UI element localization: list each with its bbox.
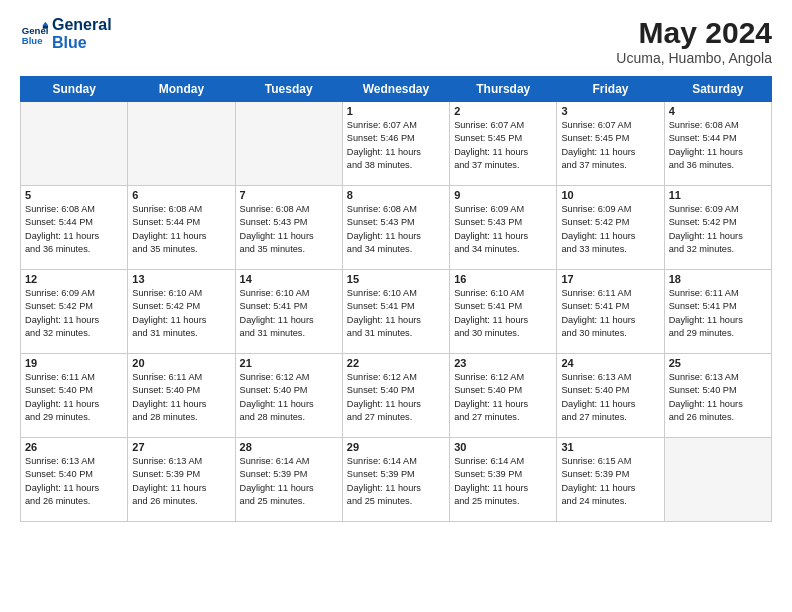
day-number: 9	[454, 189, 552, 201]
day-number: 3	[561, 105, 659, 117]
day-number: 28	[240, 441, 338, 453]
day-info: Sunrise: 6:08 AMSunset: 5:44 PMDaylight:…	[25, 203, 123, 256]
calendar-cell: 12Sunrise: 6:09 AMSunset: 5:42 PMDayligh…	[21, 270, 128, 354]
day-number: 24	[561, 357, 659, 369]
day-info: Sunrise: 6:08 AMSunset: 5:43 PMDaylight:…	[240, 203, 338, 256]
day-info: Sunrise: 6:11 AMSunset: 5:40 PMDaylight:…	[25, 371, 123, 424]
day-number: 18	[669, 273, 767, 285]
calendar-cell: 13Sunrise: 6:10 AMSunset: 5:42 PMDayligh…	[128, 270, 235, 354]
calendar-cell	[664, 438, 771, 522]
day-number: 13	[132, 273, 230, 285]
day-number: 1	[347, 105, 445, 117]
weekday-header-monday: Monday	[128, 77, 235, 102]
weekday-header-wednesday: Wednesday	[342, 77, 449, 102]
day-number: 20	[132, 357, 230, 369]
day-number: 10	[561, 189, 659, 201]
day-info: Sunrise: 6:09 AMSunset: 5:42 PMDaylight:…	[25, 287, 123, 340]
calendar-cell: 31Sunrise: 6:15 AMSunset: 5:39 PMDayligh…	[557, 438, 664, 522]
calendar-cell: 30Sunrise: 6:14 AMSunset: 5:39 PMDayligh…	[450, 438, 557, 522]
day-number: 19	[25, 357, 123, 369]
day-info: Sunrise: 6:09 AMSunset: 5:42 PMDaylight:…	[669, 203, 767, 256]
day-number: 11	[669, 189, 767, 201]
day-number: 25	[669, 357, 767, 369]
day-info: Sunrise: 6:07 AMSunset: 5:46 PMDaylight:…	[347, 119, 445, 172]
day-info: Sunrise: 6:13 AMSunset: 5:40 PMDaylight:…	[669, 371, 767, 424]
week-row-1: 1Sunrise: 6:07 AMSunset: 5:46 PMDaylight…	[21, 102, 772, 186]
calendar-cell: 9Sunrise: 6:09 AMSunset: 5:43 PMDaylight…	[450, 186, 557, 270]
logo: General Blue General Blue	[20, 16, 112, 51]
day-number: 17	[561, 273, 659, 285]
calendar-body: 1Sunrise: 6:07 AMSunset: 5:46 PMDaylight…	[21, 102, 772, 522]
week-row-2: 5Sunrise: 6:08 AMSunset: 5:44 PMDaylight…	[21, 186, 772, 270]
day-info: Sunrise: 6:12 AMSunset: 5:40 PMDaylight:…	[347, 371, 445, 424]
calendar-cell: 21Sunrise: 6:12 AMSunset: 5:40 PMDayligh…	[235, 354, 342, 438]
day-info: Sunrise: 6:09 AMSunset: 5:42 PMDaylight:…	[561, 203, 659, 256]
calendar-cell	[21, 102, 128, 186]
day-number: 2	[454, 105, 552, 117]
day-number: 22	[347, 357, 445, 369]
calendar-cell: 22Sunrise: 6:12 AMSunset: 5:40 PMDayligh…	[342, 354, 449, 438]
day-number: 7	[240, 189, 338, 201]
day-number: 23	[454, 357, 552, 369]
weekday-header-row: SundayMondayTuesdayWednesdayThursdayFrid…	[21, 77, 772, 102]
svg-marker-2	[43, 21, 48, 25]
logo-blue: Blue	[52, 34, 112, 52]
day-number: 30	[454, 441, 552, 453]
day-number: 12	[25, 273, 123, 285]
calendar-cell: 25Sunrise: 6:13 AMSunset: 5:40 PMDayligh…	[664, 354, 771, 438]
day-info: Sunrise: 6:09 AMSunset: 5:43 PMDaylight:…	[454, 203, 552, 256]
day-info: Sunrise: 6:13 AMSunset: 5:39 PMDaylight:…	[132, 455, 230, 508]
calendar-cell: 23Sunrise: 6:12 AMSunset: 5:40 PMDayligh…	[450, 354, 557, 438]
calendar-cell: 17Sunrise: 6:11 AMSunset: 5:41 PMDayligh…	[557, 270, 664, 354]
day-info: Sunrise: 6:07 AMSunset: 5:45 PMDaylight:…	[561, 119, 659, 172]
day-number: 16	[454, 273, 552, 285]
weekday-header-sunday: Sunday	[21, 77, 128, 102]
calendar-cell: 29Sunrise: 6:14 AMSunset: 5:39 PMDayligh…	[342, 438, 449, 522]
calendar-cell: 6Sunrise: 6:08 AMSunset: 5:44 PMDaylight…	[128, 186, 235, 270]
day-number: 4	[669, 105, 767, 117]
calendar-page: General Blue General Blue May 2024 Ucuma…	[0, 0, 792, 612]
day-number: 5	[25, 189, 123, 201]
day-info: Sunrise: 6:07 AMSunset: 5:45 PMDaylight:…	[454, 119, 552, 172]
calendar-cell: 2Sunrise: 6:07 AMSunset: 5:45 PMDaylight…	[450, 102, 557, 186]
day-info: Sunrise: 6:10 AMSunset: 5:42 PMDaylight:…	[132, 287, 230, 340]
subtitle: Ucuma, Huambo, Angola	[616, 50, 772, 66]
title-block: May 2024 Ucuma, Huambo, Angola	[616, 16, 772, 66]
logo-icon: General Blue	[20, 20, 48, 48]
day-info: Sunrise: 6:12 AMSunset: 5:40 PMDaylight:…	[454, 371, 552, 424]
week-row-3: 12Sunrise: 6:09 AMSunset: 5:42 PMDayligh…	[21, 270, 772, 354]
day-info: Sunrise: 6:10 AMSunset: 5:41 PMDaylight:…	[454, 287, 552, 340]
day-info: Sunrise: 6:08 AMSunset: 5:44 PMDaylight:…	[132, 203, 230, 256]
calendar-cell: 7Sunrise: 6:08 AMSunset: 5:43 PMDaylight…	[235, 186, 342, 270]
logo-general: General	[52, 16, 112, 34]
day-info: Sunrise: 6:11 AMSunset: 5:40 PMDaylight:…	[132, 371, 230, 424]
calendar-cell: 14Sunrise: 6:10 AMSunset: 5:41 PMDayligh…	[235, 270, 342, 354]
calendar-cell: 1Sunrise: 6:07 AMSunset: 5:46 PMDaylight…	[342, 102, 449, 186]
header: General Blue General Blue May 2024 Ucuma…	[20, 16, 772, 66]
calendar-cell: 24Sunrise: 6:13 AMSunset: 5:40 PMDayligh…	[557, 354, 664, 438]
weekday-header-thursday: Thursday	[450, 77, 557, 102]
day-info: Sunrise: 6:13 AMSunset: 5:40 PMDaylight:…	[561, 371, 659, 424]
calendar-cell: 27Sunrise: 6:13 AMSunset: 5:39 PMDayligh…	[128, 438, 235, 522]
calendar-table: SundayMondayTuesdayWednesdayThursdayFrid…	[20, 76, 772, 522]
day-info: Sunrise: 6:14 AMSunset: 5:39 PMDaylight:…	[240, 455, 338, 508]
day-info: Sunrise: 6:11 AMSunset: 5:41 PMDaylight:…	[669, 287, 767, 340]
calendar-cell: 4Sunrise: 6:08 AMSunset: 5:44 PMDaylight…	[664, 102, 771, 186]
day-info: Sunrise: 6:10 AMSunset: 5:41 PMDaylight:…	[240, 287, 338, 340]
svg-text:Blue: Blue	[22, 34, 43, 45]
day-number: 15	[347, 273, 445, 285]
day-info: Sunrise: 6:13 AMSunset: 5:40 PMDaylight:…	[25, 455, 123, 508]
day-number: 6	[132, 189, 230, 201]
week-row-4: 19Sunrise: 6:11 AMSunset: 5:40 PMDayligh…	[21, 354, 772, 438]
week-row-5: 26Sunrise: 6:13 AMSunset: 5:40 PMDayligh…	[21, 438, 772, 522]
day-number: 29	[347, 441, 445, 453]
weekday-header-saturday: Saturday	[664, 77, 771, 102]
day-info: Sunrise: 6:08 AMSunset: 5:44 PMDaylight:…	[669, 119, 767, 172]
calendar-cell: 15Sunrise: 6:10 AMSunset: 5:41 PMDayligh…	[342, 270, 449, 354]
calendar-cell: 26Sunrise: 6:13 AMSunset: 5:40 PMDayligh…	[21, 438, 128, 522]
day-info: Sunrise: 6:14 AMSunset: 5:39 PMDaylight:…	[454, 455, 552, 508]
calendar-cell: 19Sunrise: 6:11 AMSunset: 5:40 PMDayligh…	[21, 354, 128, 438]
weekday-header-tuesday: Tuesday	[235, 77, 342, 102]
day-info: Sunrise: 6:14 AMSunset: 5:39 PMDaylight:…	[347, 455, 445, 508]
day-number: 8	[347, 189, 445, 201]
